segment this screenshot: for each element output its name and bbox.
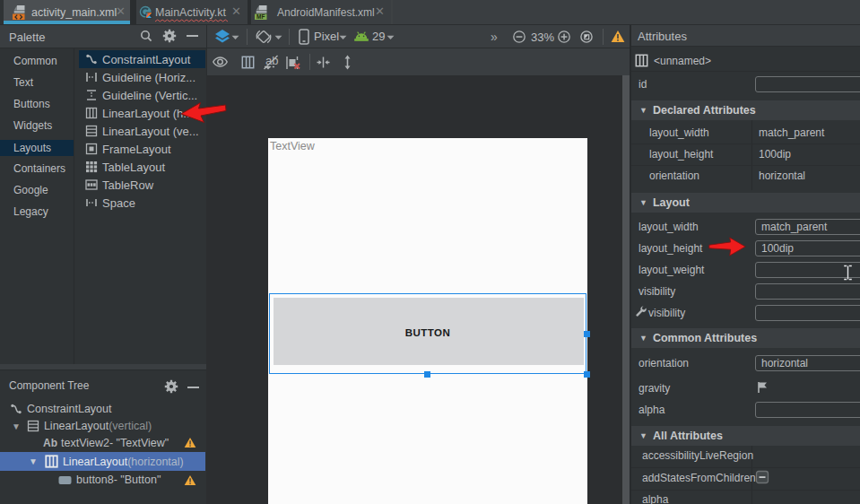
svg-text:MF: MF (256, 13, 265, 20)
